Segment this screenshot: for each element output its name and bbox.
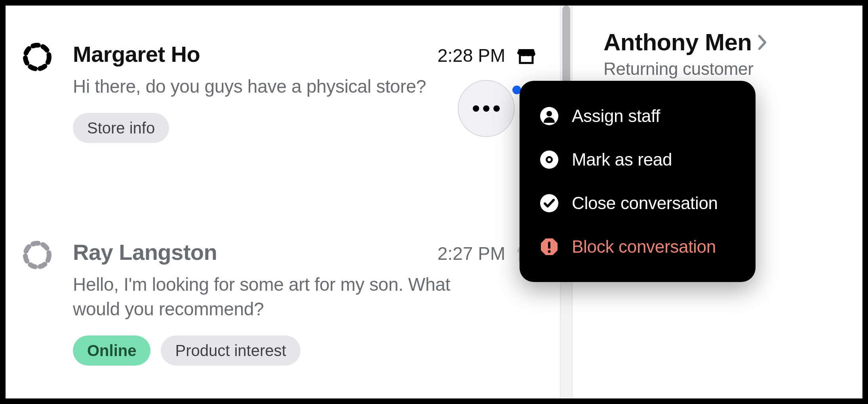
storefront-icon (516, 46, 536, 65)
eye-icon (540, 151, 558, 169)
conversation-name: Margaret Ho (73, 41, 200, 67)
menu-item-block-conversation[interactable]: Block conversation (520, 225, 756, 269)
tag-row: Online Product interest (73, 335, 536, 366)
tag-chip[interactable]: Product interest (161, 335, 300, 366)
conversation-header-row: Ray Langston 2:27 PM (73, 239, 536, 265)
more-horizontal-icon (473, 105, 500, 112)
customer-name: Anthony Men (603, 29, 752, 56)
menu-item-label: Assign staff (572, 106, 660, 126)
menu-item-label: Close conversation (572, 193, 718, 213)
svg-point-1 (25, 243, 49, 267)
check-circle-icon (540, 194, 558, 212)
svg-point-3 (546, 111, 552, 116)
menu-item-assign-staff[interactable]: Assign staff (520, 94, 756, 138)
svg-rect-9 (548, 242, 550, 249)
conversation-item[interactable]: Ray Langston 2:27 PM Hello, I'm looki (21, 239, 536, 366)
conversation-time: 2:27 PM (438, 243, 505, 264)
more-options-button[interactable] (458, 80, 515, 137)
avatar-placeholder-icon (21, 41, 53, 73)
conversation-header-row: Margaret Ho 2:28 PM (73, 41, 536, 67)
avatar-placeholder-icon (21, 239, 53, 271)
svg-point-0 (25, 45, 49, 69)
menu-item-label: Block conversation (572, 237, 716, 257)
customer-name-row[interactable]: Anthony Men (603, 29, 862, 56)
menu-item-close-conversation[interactable]: Close conversation (520, 181, 756, 225)
conversation-snippet: Hello, I'm looking for some art for my s… (73, 272, 493, 321)
tag-chip-online[interactable]: Online (73, 335, 150, 366)
conversation-actions-menu: Assign staff Mark as read Close conversa… (520, 81, 756, 282)
customer-subtitle: Returning customer (603, 59, 862, 79)
svg-point-6 (548, 158, 551, 161)
chevron-right-icon (756, 34, 768, 51)
person-icon (540, 107, 558, 125)
svg-point-10 (548, 250, 551, 253)
alert-octagon-icon (540, 238, 558, 256)
menu-item-label: Mark as read (572, 150, 672, 170)
conversation-name: Ray Langston (73, 239, 217, 265)
conversation-item[interactable]: Margaret Ho 2:28 PM Hi there, do you (21, 41, 536, 143)
menu-item-mark-read[interactable]: Mark as read (520, 138, 756, 181)
app-frame: Margaret Ho 2:28 PM Hi there, do you (0, 0, 868, 404)
conversation-time: 2:28 PM (438, 45, 505, 66)
conversation-snippet: Hi there, do you guys have a physical st… (73, 74, 493, 99)
tag-chip[interactable]: Store info (73, 113, 169, 143)
conversation-meta: 2:28 PM (438, 45, 536, 66)
conversation-body: Ray Langston 2:27 PM Hello, I'm looki (73, 239, 536, 366)
conversation-list-pane: Margaret Ho 2:28 PM Hi there, do you (6, 6, 573, 398)
